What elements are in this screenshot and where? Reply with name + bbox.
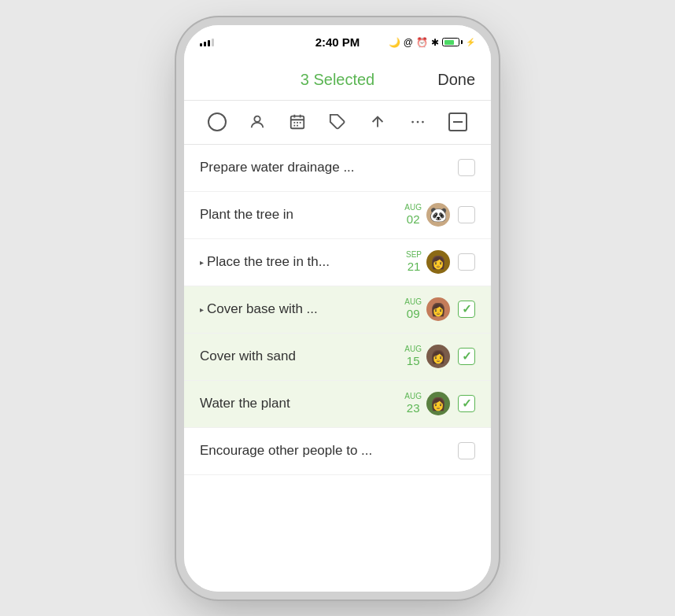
arrow-up-tool-button[interactable] (362, 106, 393, 138)
calendar-icon (289, 113, 306, 131)
task-text-2: Plant the tree in (200, 207, 404, 223)
task-month-4: Aug (404, 297, 422, 307)
header-title: 3 Selected (301, 71, 375, 89)
moon-icon: 🌙 (389, 37, 400, 48)
more-dots-icon (409, 113, 426, 131)
task-day-2: 02 (407, 212, 420, 227)
signal-bar-3 (208, 40, 210, 46)
task-item-4[interactable]: ▸ Cover base with ... Aug 09 👩 ✓ (184, 286, 491, 334)
checkmark-4: ✓ (462, 302, 472, 316)
task-text-4: Cover base with ... (207, 301, 404, 317)
task-date-5: Aug 15 (404, 345, 422, 368)
tag-icon (329, 113, 346, 131)
task-checkbox-1[interactable] (458, 159, 475, 176)
task-month-5: Aug (404, 345, 422, 354)
avatar-2: 🐼 (426, 203, 450, 227)
calendar-tool-button[interactable] (282, 106, 313, 138)
status-left (200, 39, 214, 46)
header: 3 Selected Done (184, 60, 491, 101)
task-meta-6: Aug 23 👩 (404, 392, 450, 415)
status-time: 2:40 PM (315, 35, 360, 49)
task-day-6: 23 (407, 401, 420, 415)
task-list: Prepare water drainage ... Plant the tre… (184, 145, 491, 592)
task-flag-3: ▸ (200, 258, 204, 267)
svg-point-0 (254, 116, 260, 122)
signal-bars (200, 39, 214, 46)
task-item-5[interactable]: Cover with sand Aug 15 👩 ✓ (184, 334, 491, 381)
task-checkbox-6[interactable]: ✓ (458, 395, 475, 412)
at-icon: @ (404, 37, 413, 48)
bluetooth-icon: ✱ (431, 37, 439, 48)
task-date-4: Aug 09 (404, 297, 422, 321)
person-tool-button[interactable] (242, 106, 273, 138)
task-checkbox-3[interactable] (458, 253, 475, 271)
checkmark-6: ✓ (462, 397, 472, 411)
task-item-2[interactable]: Plant the tree in Aug 02 🐼 (184, 192, 491, 239)
task-month-3: Sep (406, 250, 422, 260)
signal-bar-2 (204, 42, 206, 46)
task-text-5: Cover with sand (200, 349, 404, 364)
task-text-1: Prepare water drainage ... (200, 160, 458, 175)
task-date-6: Aug 23 (404, 392, 422, 415)
tag-tool-button[interactable] (322, 106, 353, 138)
minus-box-icon (448, 113, 467, 131)
circle-icon (208, 113, 227, 131)
task-day-5: 15 (407, 354, 420, 368)
status-bar: 2:40 PM 🌙 @ ⏰ ✱ ⚡ (184, 25, 491, 60)
avatar-5: 👩 (426, 345, 450, 368)
task-meta-2: Aug 02 🐼 (404, 203, 450, 227)
task-day-4: 09 (407, 307, 420, 321)
battery-icon (442, 38, 463, 46)
charging-icon: ⚡ (466, 38, 475, 46)
signal-bar-1 (200, 43, 202, 46)
checkmark-5: ✓ (462, 349, 472, 363)
avatar-3: 👩 (426, 250, 450, 274)
task-checkbox-5[interactable]: ✓ (458, 348, 475, 365)
task-date-3: Sep 21 (406, 250, 422, 274)
person-icon (249, 113, 266, 131)
done-button[interactable]: Done (437, 71, 475, 89)
task-meta-4: Aug 09 👩 (404, 297, 450, 321)
avatar-4: 👩 (426, 297, 450, 321)
task-date-2: Aug 02 (404, 203, 422, 227)
task-item-7[interactable]: Encourage other people to ... (184, 428, 491, 475)
task-month-6: Aug (404, 392, 422, 401)
minus-box-tool-button[interactable] (442, 106, 474, 138)
task-meta-5: Aug 15 👩 (404, 345, 450, 368)
task-flag-4: ▸ (200, 305, 204, 314)
circle-tool-button[interactable] (201, 106, 233, 138)
selected-count: 3 Selected (301, 71, 375, 88)
task-item-6[interactable]: Water the plant Aug 23 👩 ✓ (184, 381, 491, 428)
task-month-2: Aug (404, 203, 422, 212)
task-checkbox-4[interactable]: ✓ (458, 301, 475, 318)
more-tool-button[interactable] (402, 106, 433, 138)
phone-frame: 2:40 PM 🌙 @ ⏰ ✱ ⚡ 3 Selected Done (184, 25, 491, 592)
task-text-7: Encourage other people to ... (200, 443, 458, 459)
alarm-icon: ⏰ (416, 37, 428, 48)
task-checkbox-2[interactable] (458, 206, 475, 223)
toolbar (184, 101, 491, 145)
task-meta-3: Sep 21 👩 (406, 250, 450, 274)
task-day-3: 21 (408, 260, 421, 274)
svg-point-12 (411, 121, 414, 124)
avatar-6: 👩 (426, 392, 450, 415)
task-text-3: Place the tree in th... (207, 254, 406, 270)
task-checkbox-7[interactable] (458, 442, 475, 459)
svg-point-14 (422, 121, 424, 124)
signal-bar-4 (212, 39, 214, 46)
task-item-1[interactable]: Prepare water drainage ... (184, 145, 491, 192)
task-item-3[interactable]: ▸ Place the tree in th... Sep 21 👩 (184, 239, 491, 286)
task-text-6: Water the plant (200, 396, 404, 411)
svg-point-13 (417, 121, 419, 124)
arrow-up-icon (369, 113, 386, 131)
status-right: 🌙 @ ⏰ ✱ ⚡ (389, 37, 475, 48)
